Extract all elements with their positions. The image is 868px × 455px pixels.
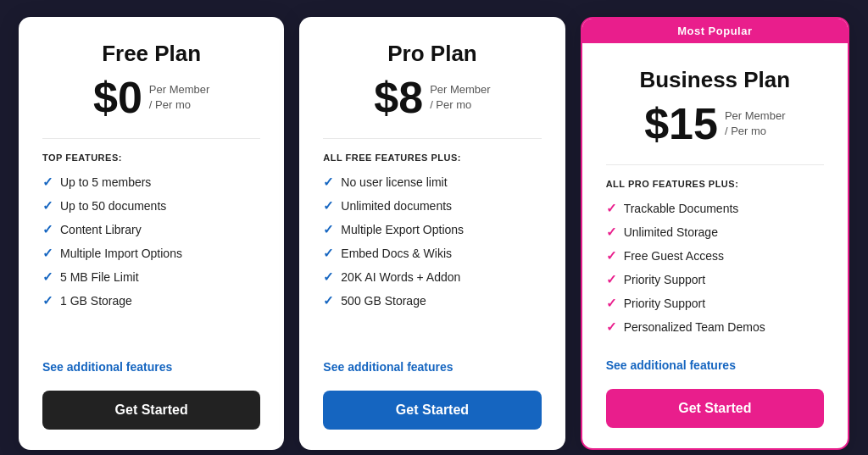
cta-button-free[interactable]: Get Started — [42, 391, 260, 430]
feature-item: ✓ Content Library — [42, 222, 260, 237]
card-body-free: Free Plan $0 Per Member/ Per mo TOP FEAT… — [19, 17, 284, 450]
price-row-business: $15 Per Member/ Per mo — [606, 102, 824, 146]
price-amount-business: $15 — [644, 102, 718, 146]
check-icon: ✓ — [42, 293, 53, 308]
plan-card-free: Free Plan $0 Per Member/ Per mo TOP FEAT… — [19, 17, 284, 450]
feature-text: Content Library — [60, 223, 142, 236]
feature-text: Unlimited documents — [341, 199, 452, 213]
feature-item: ✓ Priority Support — [606, 296, 824, 311]
price-row-free: $0 Per Member/ Per mo — [42, 75, 260, 119]
feature-text: Multiple Import Options — [60, 247, 182, 260]
check-icon: ✓ — [323, 222, 334, 237]
feature-item: ✓ Multiple Import Options — [42, 246, 260, 261]
feature-text: Personalized Team Demos — [624, 320, 765, 334]
feature-text: No user license limit — [341, 175, 447, 189]
feature-text: 20K AI Words + Addon — [341, 270, 460, 284]
feature-item: ✓ Personalized Team Demos — [606, 319, 824, 335]
feature-item: ✓ Priority Support — [606, 272, 824, 287]
price-amount-free: $0 — [93, 75, 142, 119]
check-icon: ✓ — [323, 175, 334, 190]
plan-card-business: Most PopularBusiness Plan $15 Per Member… — [581, 17, 849, 450]
feature-text: Embed Docs & Wikis — [341, 247, 452, 260]
feature-item: ✓ 1 GB Storage — [42, 293, 260, 308]
price-amount-pro: $8 — [374, 75, 423, 119]
plan-card-pro: Pro Plan $8 Per Member/ Per mo ALL FREE … — [299, 17, 565, 450]
plan-name-business: Business Plan — [606, 67, 824, 93]
feature-text: Multiple Export Options — [341, 223, 464, 236]
feature-text: Trackable Documents — [624, 202, 739, 215]
feature-item: ✓ 5 MB File Limit — [42, 269, 260, 285]
price-label-free: Per Member/ Per mo — [149, 82, 210, 113]
check-icon: ✓ — [42, 175, 53, 190]
feature-list-pro: ✓ No user license limit ✓ Unlimited docu… — [323, 175, 541, 345]
feature-text: Unlimited Storage — [624, 225, 718, 239]
features-label-pro: ALL FREE FEATURES PLUS: — [323, 153, 541, 163]
feature-item: ✓ 500 GB Storage — [323, 293, 541, 308]
divider-pro — [323, 138, 541, 139]
check-icon: ✓ — [606, 201, 617, 216]
check-icon: ✓ — [606, 319, 617, 335]
feature-item: ✓ Trackable Documents — [606, 201, 824, 216]
price-row-pro: $8 Per Member/ Per mo — [323, 75, 541, 119]
cta-button-pro[interactable]: Get Started — [323, 391, 541, 430]
check-icon: ✓ — [323, 198, 334, 214]
check-icon: ✓ — [606, 225, 617, 240]
feature-text: 500 GB Storage — [341, 294, 426, 308]
price-label-pro: Per Member/ Per mo — [430, 82, 491, 113]
cta-button-business[interactable]: Get Started — [606, 389, 824, 428]
feature-item: ✓ No user license limit — [323, 175, 541, 190]
divider-business — [606, 164, 824, 165]
feature-item: ✓ Up to 50 documents — [42, 198, 260, 214]
plan-name-pro: Pro Plan — [323, 41, 541, 67]
check-icon: ✓ — [323, 293, 334, 308]
feature-item: ✓ Free Guest Access — [606, 248, 824, 264]
feature-text: 5 MB File Limit — [60, 270, 139, 284]
feature-text: 1 GB Storage — [60, 294, 132, 308]
check-icon: ✓ — [606, 272, 617, 287]
feature-item: ✓ 20K AI Words + Addon — [323, 269, 541, 285]
check-icon: ✓ — [323, 246, 334, 261]
check-icon: ✓ — [42, 198, 53, 214]
see-more-link-free[interactable]: See additional features — [42, 360, 260, 374]
features-label-free: TOP FEATURES: — [42, 153, 260, 163]
check-icon: ✓ — [323, 269, 334, 285]
feature-item: ✓ Unlimited documents — [323, 198, 541, 214]
feature-item: ✓ Unlimited Storage — [606, 225, 824, 240]
card-body-business: Business Plan $15 Per Member/ Per mo ALL… — [582, 43, 848, 448]
feature-text: Free Guest Access — [624, 249, 724, 263]
feature-list-business: ✓ Trackable Documents ✓ Unlimited Storag… — [606, 201, 824, 343]
check-icon: ✓ — [42, 246, 53, 261]
see-more-link-business[interactable]: See additional features — [606, 358, 824, 372]
price-label-business: Per Member/ Per mo — [725, 108, 786, 139]
check-icon: ✓ — [606, 248, 617, 264]
check-icon: ✓ — [42, 269, 53, 285]
popular-badge: Most Popular — [582, 19, 848, 43]
feature-item: ✓ Multiple Export Options — [323, 222, 541, 237]
card-body-pro: Pro Plan $8 Per Member/ Per mo ALL FREE … — [299, 17, 565, 450]
plan-name-free: Free Plan — [42, 41, 260, 67]
check-icon: ✓ — [606, 296, 617, 311]
feature-list-free: ✓ Up to 5 members ✓ Up to 50 documents ✓… — [42, 175, 260, 345]
feature-text: Priority Support — [624, 297, 705, 310]
feature-text: Priority Support — [624, 273, 705, 286]
feature-item: ✓ Embed Docs & Wikis — [323, 246, 541, 261]
feature-text: Up to 5 members — [60, 175, 151, 189]
pricing-container: Free Plan $0 Per Member/ Per mo TOP FEAT… — [19, 17, 849, 450]
feature-text: Up to 50 documents — [60, 199, 166, 213]
features-label-business: ALL PRO FEATURES PLUS: — [606, 179, 824, 189]
feature-item: ✓ Up to 5 members — [42, 175, 260, 190]
see-more-link-pro[interactable]: See additional features — [323, 360, 541, 374]
check-icon: ✓ — [42, 222, 53, 237]
divider-free — [42, 138, 260, 139]
